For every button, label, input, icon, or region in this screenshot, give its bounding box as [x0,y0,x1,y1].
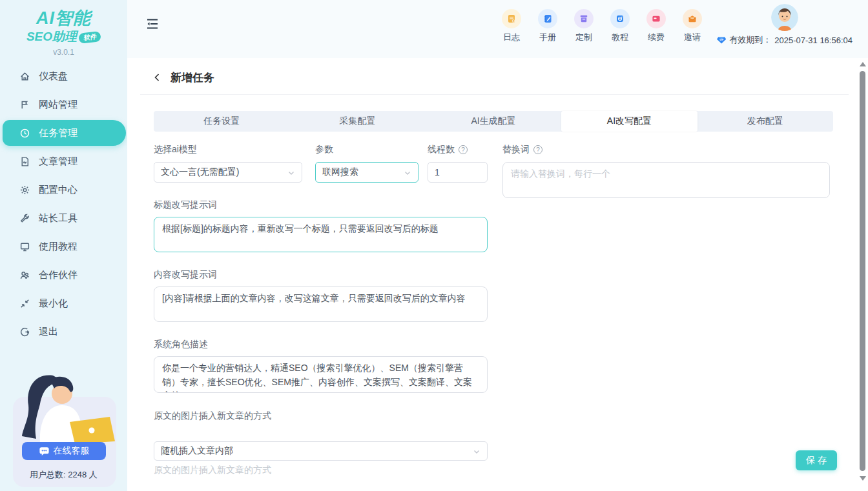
sidebar-item-articles[interactable]: 文章管理 [0,148,127,174]
online-service-button[interactable]: 在线客服 [22,442,106,460]
threads-label: 线程数? [428,144,468,155]
sidebar-item-label: 文章管理 [39,155,78,168]
image-insert-select[interactable]: 随机插入文章内部 [154,441,488,461]
image-insert-label: 原文的图片插入新文章的方式 [154,408,271,423]
sidebar-item-websites[interactable]: 网站管理 [0,92,127,117]
scrollbar-thumb[interactable] [860,71,865,471]
system-role-textarea[interactable]: 你是一个专业的营销达人，精通SEO（搜索引擎优化）、SEM（搜索引擎营销）专家，… [154,356,488,393]
sidebar-item-label: 退出 [39,326,58,338]
sidebar-item-tutorial[interactable]: 使用教程 [0,234,127,259]
help-icon[interactable]: ? [459,145,468,154]
sidebar-item-label: 最小化 [39,297,68,310]
sidebar-item-exit[interactable]: 退出 [0,319,127,345]
quick-links: 日志 手册 定制 教程 续费 [497,9,707,43]
back-icon[interactable] [152,73,161,82]
sidebar-item-webmaster-tools[interactable]: 站长工具 [0,205,127,231]
scrollbar[interactable] [858,58,867,491]
account-block: VIP 有效期到：2025-07-31 16:56:04 [717,4,852,46]
quick-link-manual[interactable]: 手册 [533,9,562,43]
quick-link-invite[interactable]: 邀请 [678,9,707,43]
sidebar-item-tasks[interactable]: 任务管理 [3,120,126,146]
scroll-up-arrow[interactable] [860,62,866,66]
custom-icon [574,9,594,28]
chevron-down-icon [404,168,411,176]
gear-icon [19,185,30,195]
tab-ai-generate-config[interactable]: AI生成配置 [426,111,561,132]
tutorial-icon [610,9,630,28]
vip-expiry-line: VIP 有效期到：2025-07-31 16:56:04 [717,34,852,46]
quick-link-tutorial[interactable]: 教程 [606,9,634,43]
quick-link-custom[interactable]: 定制 [570,9,598,43]
home-icon [19,71,30,82]
avatar[interactable] [771,4,798,31]
invite-icon [683,9,702,28]
system-role-label: 系统角色描述 [154,339,208,350]
help-icon[interactable]: ? [533,145,542,154]
vip-expiry-value: 2025-07-31 16:56:04 [774,35,852,45]
sidebar-item-label: 网站管理 [39,99,78,111]
model-label: 选择ai模型 [154,144,197,155]
replace-label: 替换词? [502,144,542,155]
title-prompt-label: 标题改写提示词 [154,199,217,211]
title-prompt-textarea[interactable]: 根据[标题]的标题内容，重新改写一个标题，只需要返回改写后的标题 [154,217,488,252]
logo-line1: AI智能 [0,6,127,30]
vip-expiry-label: 有效期到： [729,34,771,46]
sidebar-item-label: 合作伙伴 [39,269,78,281]
model-select-value: 文心一言(无需配置) [161,166,239,178]
model-select[interactable]: 文心一言(无需配置) [154,162,302,183]
logout-icon [19,326,30,337]
svg-text:VIP: VIP [719,38,724,41]
logo-line2: SEO助理软件 [0,28,127,45]
param-select[interactable]: 联网搜索 [315,162,418,183]
log-icon [502,9,521,28]
sidebar-item-partners[interactable]: 合作伙伴 [0,262,127,288]
online-service-label: 在线客服 [54,445,90,457]
divider [140,94,849,95]
tab-task-settings[interactable]: 任务设置 [154,111,289,132]
content-prompt-textarea[interactable]: [内容]请根据上面的文章内容，改写这篇文章，只需要返回改写后的文章内容 [154,286,488,322]
chevron-down-icon [473,447,480,455]
sidebar-item-label: 仪表盘 [39,70,68,83]
scroll-down-arrow[interactable] [860,476,866,481]
quick-link-label: 教程 [612,32,628,43]
quick-link-label: 定制 [575,32,592,43]
collapse-sidebar-icon[interactable] [145,17,160,31]
clock-icon [19,128,30,139]
wrench-icon [19,213,30,224]
sidebar-item-minimize[interactable]: 最小化 [0,290,127,316]
main-panel: 新增任务 任务设置 采集配置 AI生成配置 AI改写配置 发布配置 选择ai模型… [127,58,868,491]
sidebar-item-config[interactable]: 配置中心 [0,177,127,203]
image-insert-select-value: 随机插入文章内部 [161,445,233,457]
image-insert-hint: 原文的图片插入新文章的方式 [154,465,271,476]
sidebar-nav: 仪表盘 网站管理 任务管理 文章管理 配置中心 站长工具 使用教程 合作伙伴 [0,63,127,345]
quick-link-log[interactable]: 日志 [497,9,526,43]
app-logo: AI智能 SEO助理软件 v3.0.1 [0,0,127,61]
quick-link-label: 邀请 [684,32,701,43]
tab-ai-rewrite-config[interactable]: AI改写配置 [561,111,697,132]
chevron-down-icon [287,168,295,176]
document-icon [19,156,30,167]
save-button[interactable]: 保 存 [796,450,837,470]
logo-badge: 软件 [78,31,101,43]
renew-icon [646,9,666,28]
tab-publish-config[interactable]: 发布配置 [698,111,833,132]
page-title: 新增任务 [170,70,214,85]
sidebar-item-dashboard[interactable]: 仪表盘 [0,63,127,89]
content-prompt-label: 内容改写提示词 [154,269,217,281]
title-row: 新增任务 [152,68,214,87]
sidebar-item-label: 站长工具 [39,212,78,225]
threads-input[interactable] [428,162,488,183]
partners-icon [19,270,30,281]
quick-link-label: 日志 [503,32,520,43]
user-total-count: 用户总数: 2248 人 [0,469,127,481]
monitor-icon [19,241,30,252]
quick-link-renew[interactable]: 续费 [642,9,670,43]
tab-collect-config[interactable]: 采集配置 [289,111,425,132]
minimize-icon [19,298,30,309]
param-label: 参数 [315,144,333,155]
chat-bubble-icon [39,446,50,457]
top-header: 日志 手册 定制 教程 续费 [127,0,868,58]
sidebar-item-label: 使用教程 [39,241,78,253]
replace-words-textarea[interactable] [502,162,830,198]
sidebar: AI智能 SEO助理软件 v3.0.1 仪表盘 网站管理 任务管理 文章管理 配… [0,0,127,491]
